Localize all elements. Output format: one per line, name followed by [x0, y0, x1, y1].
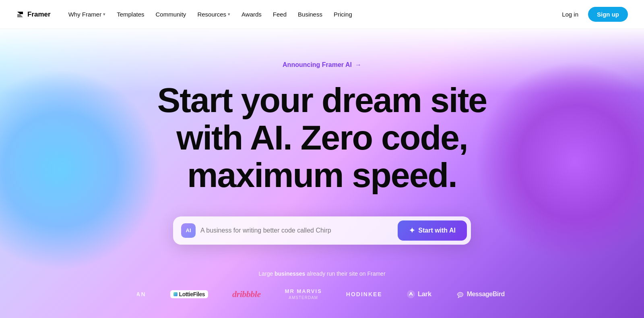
ai-input-field[interactable] [200, 227, 393, 234]
navbar: Framer Why Framer ▾ Templates Community … [0, 0, 644, 29]
hero-title-line3: maximum speed. [187, 156, 457, 194]
ai-badge-label: AI [186, 227, 191, 233]
hero-content: Announcing Framer AI → Start your dream … [121, 61, 523, 300]
list-item: dribbble [232, 289, 261, 299]
svg-point-1 [410, 292, 412, 294]
chevron-down-icon: ▾ [103, 12, 105, 17]
announcement-text: Announcing Framer AI [283, 61, 352, 69]
nav-link-community[interactable]: Community [151, 8, 191, 21]
nav-link-pricing[interactable]: Pricing [329, 8, 357, 21]
announcement-arrow: → [355, 61, 361, 69]
hero-title: Start your dream site with AI. Zero code… [157, 81, 487, 194]
chevron-down-icon: ▾ [228, 12, 230, 17]
list-item: SUPERHUMAN [137, 291, 146, 297]
logo-text: Framer [27, 10, 51, 19]
framer-logo-icon [16, 10, 24, 19]
start-button-label: Start with AI [418, 227, 456, 234]
logo[interactable]: Framer [16, 10, 51, 19]
list-item: LottieFiles [170, 290, 208, 298]
login-button[interactable]: Log in [557, 8, 583, 21]
start-with-ai-button[interactable]: ✦ Start with AI [398, 220, 467, 241]
list-item: MR MARVISAMSTERDAM [285, 288, 322, 300]
ai-input-container: AI ✦ Start with AI [173, 216, 471, 245]
ai-icon-badge: AI [181, 223, 196, 238]
nav-link-resources[interactable]: Resources ▾ [192, 8, 235, 21]
hero-title-line2: with AI. Zero code, [176, 118, 467, 157]
lark-logo-icon [407, 290, 415, 299]
list-item: Lark [407, 290, 431, 299]
nav-links: Why Framer ▾ Templates Community Resourc… [64, 8, 357, 21]
messagebird-logo-icon [456, 290, 464, 299]
hero-section: Announcing Framer AI → Start your dream … [0, 29, 644, 318]
list-item: HODINKEE [346, 291, 382, 297]
nav-link-why-framer[interactable]: Why Framer ▾ [64, 8, 111, 21]
nav-link-business[interactable]: Business [293, 8, 327, 21]
star-icon: ✦ [409, 226, 415, 235]
logos-label: Large businesses already run their site … [137, 270, 507, 277]
list-item: MessageBird [456, 290, 505, 299]
navbar-right: Log in Sign up [557, 7, 628, 22]
logos-section: Large businesses already run their site … [137, 270, 507, 300]
nav-link-templates[interactable]: Templates [112, 8, 149, 21]
signup-button[interactable]: Sign up [588, 7, 628, 22]
logos-strip: pier SUPERHUMAN LottieFiles dribbble MR … [137, 288, 507, 300]
hero-title-line1: Start your dream site [157, 81, 487, 119]
nav-link-awards[interactable]: Awards [237, 8, 266, 21]
nav-link-feed[interactable]: Feed [268, 8, 291, 21]
announcement-banner[interactable]: Announcing Framer AI → [283, 61, 361, 69]
navbar-left: Framer Why Framer ▾ Templates Community … [16, 8, 357, 21]
